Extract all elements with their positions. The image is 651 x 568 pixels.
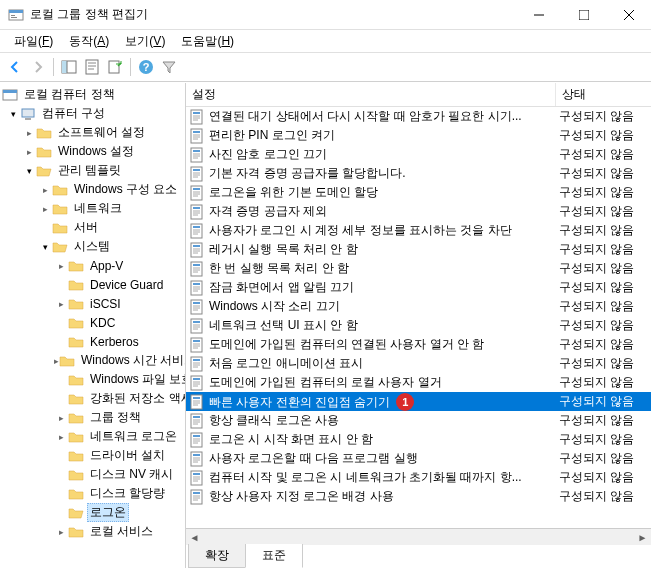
svg-rect-68 <box>193 283 200 285</box>
list-row[interactable]: 도메인에 가입된 컴퓨터의 연결된 사용자 열거 안 함구성되지 않음 <box>186 335 651 354</box>
scroll-left-icon[interactable]: ◄ <box>186 529 203 546</box>
tree-local-services[interactable]: 로컬 서비스 <box>0 522 185 541</box>
svg-rect-15 <box>109 61 119 73</box>
help-button[interactable]: ? <box>135 56 157 78</box>
maximize-button[interactable] <box>561 0 606 29</box>
list-row[interactable]: 처음 로그인 애니메이션 표시구성되지 않음 <box>186 354 651 373</box>
tab-standard[interactable]: 표준 <box>245 544 303 568</box>
column-state[interactable]: 상태 <box>555 83 651 106</box>
tree-root[interactable]: 로컬 컴퓨터 정책 <box>0 85 185 104</box>
svg-rect-103 <box>193 416 200 418</box>
close-button[interactable] <box>606 0 651 29</box>
tree-internet-mgmt[interactable]: 네트워크 로그온 <box>0 427 185 446</box>
back-button[interactable] <box>4 56 26 78</box>
menu-action[interactable]: 동작(A) <box>61 31 117 52</box>
expand-icon[interactable] <box>54 430 68 444</box>
tree-logon[interactable]: 로그온 <box>0 503 185 522</box>
tree-software[interactable]: 소프트웨어 설정 <box>0 123 185 142</box>
list-row[interactable]: 빠른 사용자 전환의 진입점 숨기기1구성되지 않음 <box>186 392 651 411</box>
list-row[interactable]: 연결된 대기 상태에서 다시 시작할 때 암호가 필요한 시기...구성되지 않… <box>186 107 651 126</box>
expand-icon[interactable] <box>38 183 52 197</box>
setting-icon <box>189 432 205 448</box>
show-hide-tree-button[interactable] <box>58 56 80 78</box>
setting-state: 구성되지 않음 <box>559 241 651 258</box>
list-row[interactable]: 레거시 실행 목록 처리 안 함구성되지 않음 <box>186 240 651 259</box>
expand-icon[interactable] <box>22 164 36 178</box>
tree-kdc[interactable]: KDC <box>0 313 185 332</box>
list-row[interactable]: 로그온 시 시작 화면 표시 안 함구성되지 않음 <box>186 430 651 449</box>
tree-enhanced-storage[interactable]: 강화된 저장소 액세스 <box>0 389 185 408</box>
minimize-button[interactable] <box>516 0 561 29</box>
setting-state: 구성되지 않음 <box>559 146 651 163</box>
horizontal-scrollbar[interactable]: ◄ ► <box>186 528 651 545</box>
tree-driver-install[interactable]: 드라이버 설치 <box>0 446 185 465</box>
setting-state: 구성되지 않음 <box>559 393 651 410</box>
scroll-right-icon[interactable]: ► <box>634 529 651 546</box>
folder-icon <box>68 391 84 407</box>
list-row[interactable]: 잠금 화면에서 앱 알림 끄기구성되지 않음 <box>186 278 651 297</box>
expand-icon[interactable] <box>54 297 68 311</box>
list-row[interactable]: 네트워크 선택 UI 표시 안 함구성되지 않음 <box>186 316 651 335</box>
list-row[interactable]: 자격 증명 공급자 제외구성되지 않음 <box>186 202 651 221</box>
folder-open-icon <box>52 239 68 255</box>
forward-button[interactable] <box>27 56 49 78</box>
list-row[interactable]: 항상 사용자 지정 로그온 배경 사용구성되지 않음 <box>186 487 651 506</box>
tree-windows-components[interactable]: Windows 구성 요소 <box>0 180 185 199</box>
tree-admin-templates[interactable]: 관리 템플릿 <box>0 161 185 180</box>
tree-server[interactable]: 서버 <box>0 218 185 237</box>
export-button[interactable] <box>104 56 126 78</box>
setting-icon <box>189 185 205 201</box>
list-row[interactable]: Windows 시작 소리 끄기구성되지 않음 <box>186 297 651 316</box>
tree-kerberos[interactable]: Kerberos <box>0 332 185 351</box>
tree-iscsi[interactable]: iSCSI <box>0 294 185 313</box>
tree-windows-time[interactable]: Windows 시간 서비스 <box>0 351 185 370</box>
expand-icon[interactable] <box>6 107 20 121</box>
menu-help[interactable]: 도움말(H) <box>173 31 242 52</box>
setting-icon <box>189 280 205 296</box>
expand-icon[interactable] <box>54 525 68 539</box>
setting-icon <box>189 413 205 429</box>
expand-icon[interactable] <box>38 202 52 216</box>
list-row[interactable]: 사용자가 로그인 시 계정 세부 정보를 표시하는 것을 차단구성되지 않음 <box>186 221 651 240</box>
svg-rect-2 <box>11 15 15 16</box>
filter-button[interactable] <box>158 56 180 78</box>
expand-icon[interactable] <box>54 411 68 425</box>
tree-windows-file[interactable]: Windows 파일 보호 <box>0 370 185 389</box>
list-row[interactable]: 컴퓨터 시작 및 로그온 시 네트워크가 초기화될 때까지 항...구성되지 않… <box>186 468 651 487</box>
tree-disk-nv[interactable]: 디스크 NV 캐시 <box>0 465 185 484</box>
setting-icon <box>189 223 205 239</box>
expand-icon[interactable] <box>22 145 36 159</box>
list-row[interactable]: 로그온을 위한 기본 도메인 할당구성되지 않음 <box>186 183 651 202</box>
tree-network[interactable]: 네트워크 <box>0 199 185 218</box>
tree-group-policy[interactable]: 그룹 정책 <box>0 408 185 427</box>
menu-view[interactable]: 보기(V) <box>117 31 173 52</box>
expand-icon[interactable] <box>38 240 52 254</box>
tree-appv[interactable]: App-V <box>0 256 185 275</box>
list-row[interactable]: 도메인에 가입된 컴퓨터의 로컬 사용자 열거구성되지 않음 <box>186 373 651 392</box>
settings-list[interactable]: 연결된 대기 상태에서 다시 시작할 때 암호가 필요한 시기...구성되지 않… <box>186 107 651 528</box>
computer-icon <box>20 106 36 122</box>
column-setting[interactable]: 설정 <box>186 83 555 106</box>
list-row[interactable]: 한 번 실행 목록 처리 안 함구성되지 않음 <box>186 259 651 278</box>
tree-computer-config[interactable]: 컴퓨터 구성 <box>0 104 185 123</box>
tree-view[interactable]: 로컬 컴퓨터 정책 컴퓨터 구성 소프트웨어 설정 Windows 설정 관리 <box>0 83 186 568</box>
list-row[interactable]: 항상 클래식 로그온 사용구성되지 않음 <box>186 411 651 430</box>
menu-file[interactable]: 파일(F) <box>6 31 61 52</box>
svg-rect-108 <box>193 435 200 437</box>
tree-disk-quota[interactable]: 디스크 할당량 <box>0 484 185 503</box>
list-row[interactable]: 편리한 PIN 로그인 켜기구성되지 않음 <box>186 126 651 145</box>
properties-button[interactable] <box>81 56 103 78</box>
list-row[interactable]: 사진 암호 로그인 끄기구성되지 않음 <box>186 145 651 164</box>
list-row[interactable]: 사용자 로그온할 때 다음 프로그램 실행구성되지 않음 <box>186 449 651 468</box>
tree-device-guard[interactable]: Device Guard <box>0 275 185 294</box>
tab-extended[interactable]: 확장 <box>188 544 246 568</box>
setting-icon <box>189 166 205 182</box>
separator <box>130 58 131 76</box>
list-row[interactable]: 기본 자격 증명 공급자를 할당합니다.구성되지 않음 <box>186 164 651 183</box>
expand-icon[interactable] <box>22 126 36 140</box>
svg-rect-21 <box>25 118 31 120</box>
tree-system[interactable]: 시스템 <box>0 237 185 256</box>
expand-icon[interactable] <box>54 259 68 273</box>
window-title: 로컬 그룹 정책 편집기 <box>30 6 516 23</box>
tree-windows-settings[interactable]: Windows 설정 <box>0 142 185 161</box>
